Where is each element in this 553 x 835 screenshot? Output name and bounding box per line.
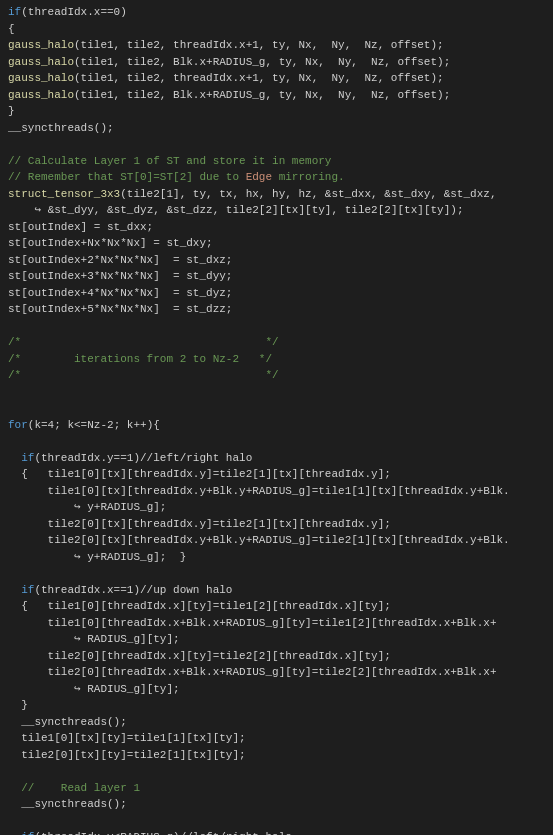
code-line: __syncthreads();	[0, 714, 553, 731]
code-line: ↪ RADIUS_g][ty];	[0, 631, 553, 648]
code-line: st[outIndex+Nx*Nx*Nx] = st_dxy;	[0, 235, 553, 252]
code-line: tile2[0][threadIdx.x][ty]=tile2[2][threa…	[0, 648, 553, 665]
code-line	[0, 813, 553, 830]
code-line: if(threadIdx.x==0)	[0, 4, 553, 21]
code-line: gauss_halo(tile1, tile2, threadIdx.x+1, …	[0, 70, 553, 87]
code-line: // Read layer 1	[0, 780, 553, 797]
code-line: ↪ RADIUS_g][ty];	[0, 681, 553, 698]
code-line: struct_tensor_3x3(tile2[1], ty, tx, hx, …	[0, 186, 553, 203]
code-line: gauss_halo(tile1, tile2, Blk.x+RADIUS_g,…	[0, 87, 553, 104]
code-line: st[outIndex+4*Nx*Nx*Nx] = st_dyz;	[0, 285, 553, 302]
code-line: /* iterations from 2 to Nz-2 */	[0, 351, 553, 368]
code-line: st[outIndex+3*Nx*Nx*Nx] = st_dyy;	[0, 268, 553, 285]
code-line: gauss_halo(tile1, tile2, threadIdx.x+1, …	[0, 37, 553, 54]
code-line: /* */	[0, 367, 553, 384]
code-line: ↪ y+RADIUS_g]; }	[0, 549, 553, 566]
code-line	[0, 384, 553, 401]
code-line: st[outIndex] = st_dxx;	[0, 219, 553, 236]
code-line: tile2[0][tx][threadIdx.y+Blk.y+RADIUS_g]…	[0, 532, 553, 549]
code-line: { tile1[0][threadIdx.x][ty]=tile1[2][thr…	[0, 598, 553, 615]
code-line: ↪ &st_dyy, &st_dyz, &st_dzz, tile2[2][tx…	[0, 202, 553, 219]
code-line: tile1[0][tx][ty]=tile1[1][tx][ty];	[0, 730, 553, 747]
code-line	[0, 763, 553, 780]
code-line: tile2[0][tx][ty]=tile2[1][tx][ty];	[0, 747, 553, 764]
code-line: // Remember that ST[0]=ST[2] due to Edge…	[0, 169, 553, 186]
code-line	[0, 400, 553, 417]
code-line: __syncthreads();	[0, 120, 553, 137]
code-editor: if(threadIdx.x==0){gauss_halo(tile1, til…	[0, 0, 553, 835]
code-line: tile1[0][threadIdx.x+Blk.x+RADIUS_g][ty]…	[0, 615, 553, 632]
code-line: /* */	[0, 334, 553, 351]
code-line	[0, 433, 553, 450]
code-line: tile1[0][tx][threadIdx.y+Blk.y+RADIUS_g]…	[0, 483, 553, 500]
code-line: { tile1[0][tx][threadIdx.y]=tile2[1][tx]…	[0, 466, 553, 483]
code-line	[0, 318, 553, 335]
code-line: gauss_halo(tile1, tile2, Blk.x+RADIUS_g,…	[0, 54, 553, 71]
code-line: st[outIndex+2*Nx*Nx*Nx] = st_dxz;	[0, 252, 553, 269]
code-line: // Calculate Layer 1 of ST and store it …	[0, 153, 553, 170]
code-line: {	[0, 21, 553, 38]
code-line: tile2[0][tx][threadIdx.y]=tile2[1][tx][t…	[0, 516, 553, 533]
code-line: __syncthreads();	[0, 796, 553, 813]
code-line: if(threadIdx.y<RADIUS_g)//left/right hal…	[0, 829, 553, 835]
code-line: ↪ y+RADIUS_g];	[0, 499, 553, 516]
code-line: tile2[0][threadIdx.x+Blk.x+RADIUS_g][ty]…	[0, 664, 553, 681]
code-line: if(threadIdx.x==1)//up down halo	[0, 582, 553, 599]
code-line: st[outIndex+5*Nx*Nx*Nx] = st_dzz;	[0, 301, 553, 318]
code-line	[0, 136, 553, 153]
code-line: for(k=4; k<=Nz-2; k++){	[0, 417, 553, 434]
code-line: }	[0, 103, 553, 120]
code-line	[0, 565, 553, 582]
code-line: if(threadIdx.y==1)//left/right halo	[0, 450, 553, 467]
code-line: }	[0, 697, 553, 714]
